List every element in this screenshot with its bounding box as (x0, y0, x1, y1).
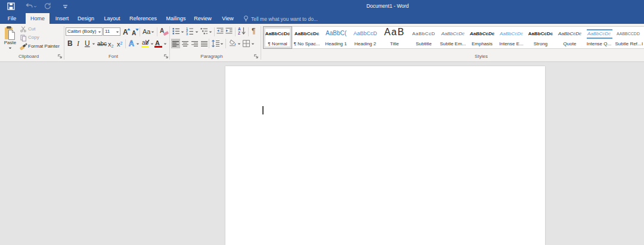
svg-text:Z: Z (238, 31, 240, 35)
svg-text:3: 3 (186, 32, 188, 35)
svg-text:A: A (238, 27, 241, 31)
